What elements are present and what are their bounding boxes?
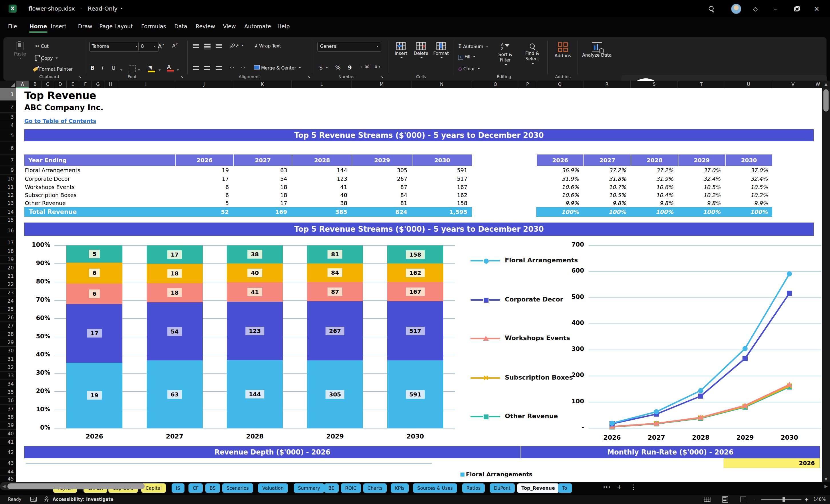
- pct-cell[interactable]: 37.2%: [631, 166, 673, 175]
- horizontal-scrollbar[interactable]: ◀ ▶: [0, 482, 160, 490]
- row-header-31[interactable]: 31: [0, 355, 16, 363]
- sheet-tab-summary[interactable]: Summary: [294, 483, 324, 493]
- align-top-button[interactable]: [193, 43, 199, 49]
- table-cell[interactable]: 81: [352, 199, 407, 207]
- pct-cell[interactable]: 10.2%: [678, 191, 721, 199]
- zoom-in-button[interactable]: +: [804, 495, 809, 504]
- format-painter-button[interactable]: Format Painter: [33, 66, 73, 72]
- pct-cell[interactable]: 10.5%: [678, 183, 721, 191]
- column-header-B[interactable]: B: [29, 81, 41, 88]
- column-header-F[interactable]: F: [79, 81, 92, 88]
- zoom-slider-thumb[interactable]: [783, 497, 785, 502]
- pct-cell[interactable]: 10.5%: [725, 183, 768, 191]
- table-of-contents-link[interactable]: Go to Table of Contents: [24, 118, 96, 124]
- pct-cell[interactable]: 31.8%: [583, 175, 626, 183]
- table-header-year-2029[interactable]: 2029: [352, 154, 412, 166]
- fill-color-chevron-icon[interactable]: [157, 67, 161, 73]
- table-cell[interactable]: 87: [352, 183, 407, 191]
- column-header-S[interactable]: S: [631, 81, 678, 88]
- copy-button[interactable]: Copy: [35, 55, 58, 61]
- row-header-19[interactable]: 19: [0, 255, 16, 264]
- column-header-V[interactable]: V: [772, 81, 814, 88]
- column-header-R[interactable]: R: [583, 81, 631, 88]
- table-cell[interactable]: 5: [175, 199, 229, 207]
- table-cell[interactable]: 6: [175, 191, 229, 199]
- table-cell[interactable]: 41: [292, 183, 347, 191]
- row-header-29[interactable]: 29: [0, 338, 16, 347]
- table-cell[interactable]: 158: [412, 199, 467, 207]
- decrease-decimal-button[interactable]: .0→: [374, 65, 380, 69]
- accessibility-icon[interactable]: [43, 496, 49, 503]
- row-header-32[interactable]: 32: [0, 363, 16, 372]
- pct-cell[interactable]: 10.7%: [583, 183, 626, 191]
- table-cell[interactable]: 17: [233, 199, 287, 207]
- row-header-41[interactable]: 41: [0, 438, 16, 446]
- row-header-40[interactable]: 40: [0, 430, 16, 438]
- pct-cell[interactable]: 10.4%: [631, 191, 673, 199]
- table-cell[interactable]: 18: [233, 191, 287, 199]
- zoom-slider[interactable]: [761, 499, 801, 500]
- table-header-year-ending[interactable]: Year Ending: [24, 154, 175, 166]
- zoom-out-button[interactable]: –: [754, 495, 757, 504]
- row-header-11[interactable]: 11: [0, 183, 16, 191]
- close-button[interactable]: ×: [812, 5, 821, 13]
- table-cell[interactable]: 17: [175, 175, 229, 183]
- row-header-35[interactable]: 35: [0, 388, 16, 397]
- table-cell[interactable]: 18: [233, 183, 287, 191]
- zoom-level[interactable]: 140%: [813, 495, 826, 504]
- column-header-G[interactable]: G: [92, 81, 104, 88]
- column-header-C[interactable]: C: [41, 81, 54, 88]
- column-header-W[interactable]: W: [814, 81, 822, 88]
- sheet-tab-ratios[interactable]: Ratios: [462, 483, 485, 493]
- font-name-input[interactable]: Tahoma: [89, 42, 140, 52]
- orientation-button[interactable]: ab↗: [229, 43, 244, 48]
- sheet-tab-valuation[interactable]: Valuation: [258, 483, 288, 493]
- delete-cells-button[interactable]: ×Delete: [412, 42, 430, 60]
- table-header-year-2026[interactable]: 2026: [175, 154, 233, 166]
- align-center-button[interactable]: [204, 65, 210, 71]
- table-cell[interactable]: 19: [175, 166, 229, 175]
- page-break-view-icon[interactable]: [740, 497, 746, 502]
- row-header-23[interactable]: 23: [0, 289, 16, 297]
- table-cell[interactable]: 162: [412, 191, 467, 199]
- table-row-label[interactable]: Workshops Events: [25, 183, 175, 191]
- table-header-year-2027[interactable]: 2027: [234, 154, 292, 166]
- clipboard-dialog-launcher[interactable]: ↘: [78, 74, 82, 78]
- pct-cell[interactable]: 32.4%: [725, 175, 768, 183]
- new-sheet-button[interactable]: +: [617, 483, 622, 491]
- percent-style-button[interactable]: %: [335, 64, 341, 71]
- table-cell[interactable]: 84: [352, 191, 407, 199]
- line-chart[interactable]: [586, 242, 822, 442]
- menu-tab-page-layout[interactable]: Page Layout: [98, 21, 135, 32]
- table-cell[interactable]: 167: [412, 183, 467, 191]
- borders-button[interactable]: [129, 65, 135, 72]
- column-header-Q[interactable]: Q: [536, 81, 583, 88]
- pct-header-year-2030[interactable]: 2030: [726, 154, 772, 166]
- pct-cell[interactable]: 36.9%: [536, 166, 579, 175]
- sheet-tab-capital[interactable]: Capital: [141, 483, 166, 493]
- row-header-27[interactable]: 27: [0, 322, 16, 330]
- sheet-tab-scenarios[interactable]: Scenarios: [222, 483, 253, 493]
- table-cell[interactable]: 267: [352, 175, 407, 183]
- sheet-tab-sources-uses[interactable]: Sources & Uses: [413, 483, 457, 493]
- normal-view-icon[interactable]: [704, 497, 710, 502]
- row-header-42[interactable]: 42: [0, 446, 16, 458]
- accessibility-status[interactable]: Accessibility: Investigate: [53, 495, 114, 504]
- title-chevron-down-icon[interactable]: [120, 8, 123, 10]
- column-header-E[interactable]: E: [67, 81, 79, 88]
- table-cell[interactable]: 40: [292, 191, 347, 199]
- sheet-tab-is[interactable]: IS: [171, 483, 185, 493]
- vertical-scroll-thumb[interactable]: [823, 89, 829, 112]
- menu-tab-file[interactable]: File: [6, 21, 19, 32]
- restore-button[interactable]: [792, 5, 800, 13]
- scroll-up-icon[interactable]: ▲: [822, 82, 830, 86]
- pct-cell[interactable]: 9.9%: [536, 199, 579, 207]
- pct-cell[interactable]: 37.2%: [583, 166, 626, 175]
- table-cell[interactable]: 517: [412, 175, 467, 183]
- menu-tab-draw[interactable]: Draw: [76, 21, 94, 32]
- row-header-5[interactable]: 5: [0, 129, 16, 142]
- row-header-7[interactable]: 7: [0, 154, 16, 166]
- table-row-label[interactable]: Other Revenue: [25, 199, 175, 207]
- insert-cells-button[interactable]: Insert: [392, 42, 410, 60]
- minimize-button[interactable]: –: [771, 5, 780, 13]
